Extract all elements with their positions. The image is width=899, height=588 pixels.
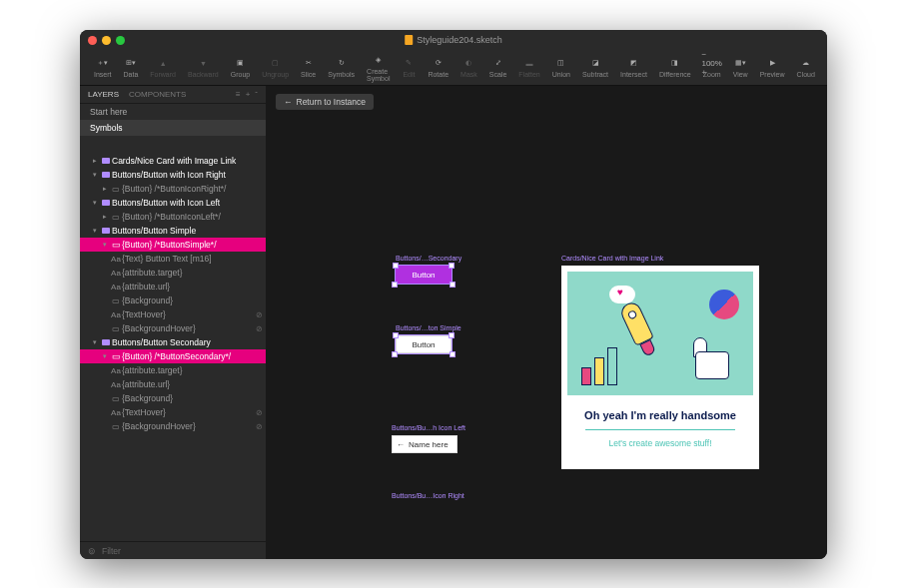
layer-text-button[interactable]: Aa{Text} Button Text [m16] [80,252,266,266]
layer-list[interactable]: ▸Cards/Nice Card with Image Link ▾Button… [80,136,266,541]
doc-name: Styleguide204.sketch [417,35,502,45]
page-list: Start here Symbols [80,104,266,136]
card-subtitle: Let's create awesome stuff! [567,438,753,448]
button-secondary: Button [396,266,451,284]
artboard-button-secondary[interactable]: Buttons/…Secondary Button [396,266,451,284]
layer-btn-secondary-header[interactable]: ▾Buttons/Button Secondary [80,335,266,349]
forward-button[interactable]: ▲Forward [144,57,182,78]
insert-button[interactable]: ＋▾Insert [88,57,118,78]
rocket-icon [612,294,665,360]
circle-icon [709,290,739,319]
data-button[interactable]: ⊞▾Data [118,57,145,78]
add-page-icon[interactable]: + [246,90,251,99]
layer-btn-icon-right-header[interactable]: ▾Buttons/Button with Icon Right [80,168,266,182]
group-button[interactable]: ▣Group [225,57,256,78]
scale-button[interactable]: ⤢Scale [483,57,513,78]
visibility-icon[interactable]: ⊘ [252,324,266,333]
artboard-label: Buttons/Bu…h Icon Left [392,424,465,431]
export-button[interactable]: ⇪Export [821,57,827,78]
collapse-icon[interactable]: ˆ [255,90,258,99]
toolbar: ＋▾Insert ⊞▾Data ▲Forward ▼Backward ▣Grou… [80,50,827,86]
layer-btn-icon-left-header[interactable]: ▾Buttons/Button with Icon Left [80,196,266,210]
card-title: Oh yeah I'm really handsome [567,409,753,421]
artboard-button-icon-left[interactable]: Buttons/Bu…h Icon Left ← Name here [392,435,457,453]
artboard-label: Buttons/…ton Simple [396,324,461,331]
backward-button[interactable]: ▼Backward [182,57,225,78]
page-symbols[interactable]: Symbols [80,120,266,136]
card-image [567,272,753,395]
return-to-instance-button[interactable]: ← Return to Instance [276,94,374,110]
artboard-label: Cards/Nice Card with Image Link [561,255,663,262]
union-button[interactable]: ◫Union [546,57,576,78]
layer-btn-simple-header[interactable]: ▾Buttons/Button Simple [80,224,266,238]
svg-rect-4 [102,339,110,345]
layer-attr-url-2[interactable]: Aa{attribute.url} [80,377,266,391]
sidebar-footer: ⊚ Filter [80,541,266,559]
edit-button[interactable]: ✎Edit [396,57,422,78]
layer-bg-hover[interactable]: ▭{BackgroundHover}⊘ [80,321,266,335]
page-list-icon[interactable]: ≡ [236,90,241,99]
minimize-icon[interactable] [102,36,111,45]
mask-button[interactable]: ◐Mask [454,57,483,78]
artboard-button-simple[interactable]: Buttons/…ton Simple Button [396,335,451,353]
subtract-button[interactable]: ◪Subtract [576,57,614,78]
divider [585,429,735,430]
button-icon-left: ← Name here [392,435,457,453]
visibility-icon[interactable]: ⊘ [252,422,266,431]
view-button[interactable]: ▦▾View [727,57,754,78]
bar-chart-icon [581,347,617,385]
sketch-file-icon [405,35,413,45]
layer-btn-secondary-symbol[interactable]: ▾▭{Button} /*ButtonSecondary*/ [80,349,266,363]
app-window: Styleguide204.sketch ＋▾Insert ⊞▾Data ▲Fo… [80,30,827,559]
ungroup-button[interactable]: ▢Ungroup [256,57,295,78]
close-icon[interactable] [88,36,97,45]
svg-rect-2 [102,200,110,206]
thumbs-up-icon [679,335,729,385]
sidebar: LAYERS COMPONENTS ≡ + ˆ Start here Symbo… [80,86,266,559]
layer-text-hover-2[interactable]: Aa{TextHover}⊘ [80,405,266,419]
layer-btn-icon-right-symbol[interactable]: ▸▭{Button} /*ButtonIconRight*/ [80,182,266,196]
document-title: Styleguide204.sketch [405,35,502,45]
artboard-label: Buttons/Bu…Icon Right [392,492,464,499]
visibility-icon[interactable]: ⊘ [252,408,266,417]
filter-input[interactable]: Filter [102,546,121,556]
back-arrow-icon: ← [284,97,293,107]
layer-attr-target-2[interactable]: Aa{attribute.target} [80,363,266,377]
rotate-button[interactable]: ⟳Rotate [422,57,454,78]
traffic-lights [88,36,125,45]
page-start-here[interactable]: Start here [80,104,266,120]
symbols-button[interactable]: ↻Symbols [322,57,361,78]
canvas[interactable]: ← Return to Instance Buttons/…Secondary … [266,86,827,559]
sidebar-tabs: LAYERS COMPONENTS ≡ + ˆ [80,86,266,104]
cloud-button[interactable]: ☁Cloud [791,57,821,78]
layer-attr-url[interactable]: Aa{attribute.url} [80,280,266,294]
difference-button[interactable]: ◨Difference [653,57,697,78]
visibility-icon[interactable]: ⊘ [252,310,266,319]
create-symbol-button[interactable]: ◈Create Symbol [361,54,396,82]
intersect-button[interactable]: ◩Intersect [614,57,653,78]
tab-layers[interactable]: LAYERS [88,90,119,99]
layer-bg-hover-2[interactable]: ▭{BackgroundHover}⊘ [80,419,266,433]
svg-rect-3 [102,228,110,234]
zoom-icon[interactable] [116,36,125,45]
zoom-control[interactable]: − 100% +Zoom [697,57,727,78]
titlebar: Styleguide204.sketch [80,30,827,50]
tab-components[interactable]: COMPONENTS [129,90,186,99]
layer-text-hover[interactable]: Aa{TextHover}⊘ [80,307,266,321]
artboard-label: Buttons/…Secondary [396,255,461,262]
button-simple: Button [396,335,451,353]
layer-background-2[interactable]: ▭{Background} [80,391,266,405]
layer-background[interactable]: ▭{Background} [80,294,266,307]
svg-rect-0 [102,158,110,164]
layer-btn-simple-symbol[interactable]: ▾▭{Button} /*ButtonSimple*/ [80,238,266,252]
filter-icon[interactable]: ⊚ [88,546,96,556]
flatten-button[interactable]: ▬Flatten [512,57,545,78]
layer-attr-target[interactable]: Aa{attribute.target} [80,266,266,280]
slice-button[interactable]: ✂Slice [295,57,322,78]
arrow-left-icon: ← [397,440,405,449]
svg-rect-1 [102,172,110,178]
preview-button[interactable]: ▶Preview [754,57,791,78]
layer-card-header[interactable]: ▸Cards/Nice Card with Image Link [80,154,266,168]
layer-btn-icon-left-symbol[interactable]: ▸▭{Button} /*ButtonIconLeft*/ [80,210,266,224]
artboard-card[interactable]: Cards/Nice Card with Image Link Oh yeah … [561,266,759,469]
